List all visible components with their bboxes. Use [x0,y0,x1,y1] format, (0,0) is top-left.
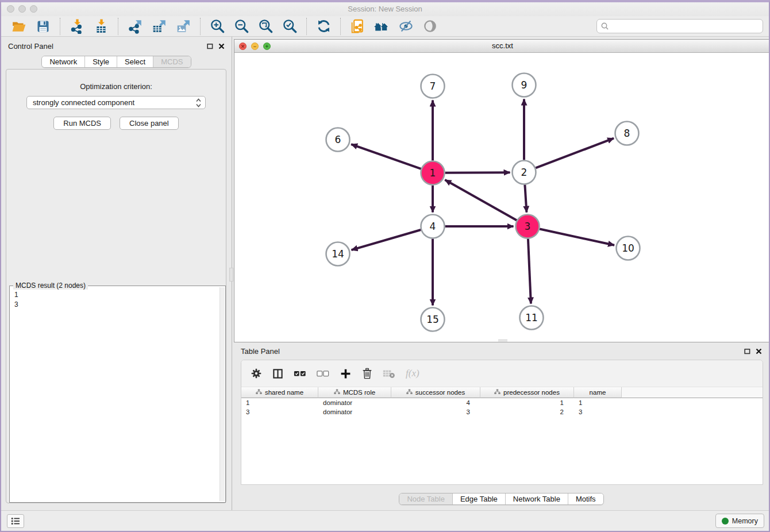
column-label: predecessor nodes [503,389,560,396]
show-graphics-details-icon [422,18,438,34]
home-button[interactable] [373,18,390,35]
edge-2-3[interactable] [525,184,526,212]
panel-splitter-handle[interactable] [229,268,233,282]
deselect-all-checkboxes-button[interactable] [317,369,329,377]
network-canvas[interactable]: 1234678910111415 [234,53,770,342]
float-table-panel-icon[interactable] [744,348,750,354]
table-cell[interactable]: 1 [574,398,622,407]
table-row[interactable]: 1dominator411 [241,398,763,407]
edge-2-8[interactable] [536,138,614,168]
edge-4-14[interactable] [352,230,421,250]
toolbar-separator [340,18,341,35]
session-title: Session: New Session [1,5,769,13]
export-image-button[interactable] [175,18,192,35]
edge-1-2[interactable] [445,172,510,173]
import-network-button[interactable] [68,18,86,35]
node-label-9: 9 [521,79,528,91]
tab-mcds[interactable]: MCDS [153,56,190,67]
add-column-button[interactable] [340,368,352,380]
node-label-14: 14 [332,248,344,260]
deselect-all-checkboxes-icon [317,369,329,377]
network-file-button[interactable] [349,18,366,35]
table-cell[interactable]: dominator [318,398,391,407]
zoom-fit-content-button[interactable] [257,18,274,35]
column-header-shared-name[interactable]: shared name [241,387,318,398]
toolbar-separator [200,18,201,35]
optimization-criterion-select[interactable]: strongly connected component [26,96,206,109]
main-toolbar [1,16,769,37]
table-cell[interactable]: 1 [480,398,574,407]
memory-button[interactable]: Memory [715,514,764,528]
hide-graphics-details-button[interactable] [397,18,414,35]
table-panel-title: Table Panel [241,347,744,356]
status-bar: Memory [1,510,769,531]
table-cell[interactable]: 3 [241,407,318,417]
tab-network-table[interactable]: Network Table [505,494,568,504]
column-header-name[interactable]: name [574,387,622,398]
tab-network[interactable]: Network [42,56,84,67]
close-panel-button[interactable]: Close panel [120,117,179,130]
edge-3-1[interactable] [445,180,517,220]
table-cell[interactable]: dominator [318,407,391,417]
edge-3-10[interactable] [540,229,614,245]
column-label: shared name [265,389,303,396]
table-cell[interactable]: 4 [391,398,480,407]
export-table-button[interactable] [151,18,168,35]
column-header-filler [622,387,763,398]
table-settings-button[interactable] [251,368,262,379]
network-window-title: scc.txt [234,41,770,50]
table-settings-gear-icon [251,368,262,379]
task-history-button[interactable] [7,514,24,528]
search-input[interactable] [610,22,763,30]
save-session-button[interactable] [34,18,52,35]
tab-select[interactable]: Select [117,56,153,67]
run-mcds-button[interactable]: Run MCDS [53,117,111,130]
tab-node-table[interactable]: Node Table [399,494,452,504]
mcds-tab-panel: Optimization criterion: strongly connect… [6,69,226,503]
open-session-button[interactable] [10,18,28,35]
edge-3-11[interactable] [528,238,531,303]
select-all-checkboxes-icon [294,369,306,377]
column-header-predecessor-nodes[interactable]: predecessor nodes [480,387,574,398]
control-panel: Control Panel Network Style Select MCDS … [1,37,232,510]
zoom-out-button[interactable] [233,18,250,35]
toolbar-separator [60,18,60,35]
column-header-successor-nodes[interactable]: successor nodes [391,387,480,398]
refresh-button[interactable] [315,18,332,35]
close-table-panel-icon[interactable] [756,348,762,354]
table-cell[interactable]: 3 [574,407,622,417]
import-table-button[interactable] [93,18,110,35]
network-window-titlebar[interactable]: ✕ − + scc.txt [234,40,770,53]
zoom-selected-button[interactable] [281,18,298,35]
zoom-in-button[interactable] [209,18,226,35]
function-builder-button[interactable]: f(x) [406,368,419,379]
table-row[interactable]: 3dominator323 [241,407,763,417]
close-panel-icon[interactable] [218,43,225,49]
node-label-7: 7 [430,80,436,92]
select-all-checkboxes-button[interactable] [294,369,306,377]
show-graphics-details-button[interactable] [421,18,438,35]
export-network-button[interactable] [126,18,144,35]
edge-1-6[interactable] [351,144,421,169]
column-header-MCDS-role[interactable]: MCDS role [318,387,391,398]
delete-column-button[interactable] [362,368,372,379]
delete-table-button[interactable] [383,369,395,379]
tab-motifs[interactable]: Motifs [568,494,603,504]
tab-style[interactable]: Style [84,56,117,67]
column-type-icon [334,389,340,396]
memory-label: Memory [732,517,758,525]
network-resize-handle[interactable] [498,340,507,341]
result-scrollbar[interactable] [220,287,225,501]
node-table: f(x) shared nameMCDS rolesuccessor nodes… [241,360,763,485]
column-visibility-button[interactable] [272,368,283,379]
table-cell[interactable]: 3 [391,407,480,417]
column-visibility-icon [272,368,283,379]
tab-edge-table[interactable]: Edge Table [452,494,505,504]
optimization-criterion-value: strongly connected component [33,98,134,107]
table-cell[interactable]: 1 [241,398,318,407]
column-label: MCDS role [343,389,375,396]
search-field[interactable] [596,19,763,33]
table-cell[interactable]: 2 [480,407,574,417]
export-network-icon [128,19,143,34]
float-panel-icon[interactable] [207,43,213,49]
